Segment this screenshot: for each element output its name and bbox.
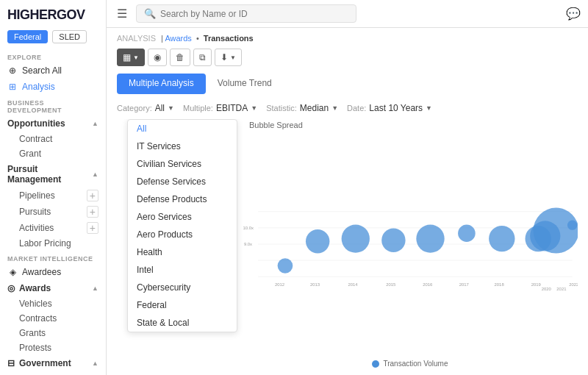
chat-icon[interactable]: 💬	[566, 7, 581, 21]
sidebar: HIGHERGOV Federal SLED EXPLORE ⊕ Search …	[0, 0, 107, 375]
pipelines-add-btn[interactable]: +	[87, 190, 98, 201]
category-dropdown: All IT Services Civilian Services Defens…	[127, 119, 237, 332]
bubble-chart-svg: 10.0x 9.0x	[242, 119, 578, 369]
breadcrumb: ANALYSIS | Awards • Transactions	[117, 34, 578, 43]
multiple-caret-icon: ▼	[251, 104, 257, 112]
pursuit-chevron: ▲	[92, 171, 98, 178]
legend-label: Transaction Volume	[383, 360, 448, 368]
date-caret-icon: ▼	[426, 104, 432, 112]
dropdown-item-aero-services[interactable]: Aero Services	[128, 208, 237, 226]
dropdown-item-all[interactable]: All	[128, 120, 237, 138]
date-filter[interactable]: Date: Last 10 Years ▼	[347, 103, 432, 113]
trash-icon: 🗑	[176, 52, 184, 63]
federal-mode-btn[interactable]: Federal	[7, 30, 48, 43]
copy-icon: ⧉	[199, 52, 206, 63]
svg-text:2015: 2015	[386, 282, 396, 287]
grid-view-btn[interactable]: ▦ ▼	[117, 49, 145, 66]
copy-btn[interactable]: ⧉	[193, 49, 212, 66]
statistic-caret-icon: ▼	[331, 104, 338, 112]
bubble-2012	[278, 258, 293, 274]
awards-icon: ◎	[7, 283, 15, 293]
dropdown-item-cybersecurity[interactable]: Cybersecurity	[128, 279, 237, 296]
sidebar-item-pursuits[interactable]: Pursuits +	[0, 204, 106, 220]
sidebar-item-analysis[interactable]: ⊞ Analysis	[0, 79, 106, 95]
dropdown-item-intel[interactable]: Intel	[128, 261, 237, 279]
download-btn[interactable]: ⬇ ▼	[215, 49, 242, 66]
tab-volume-trend[interactable]: Volume Trend	[206, 74, 284, 94]
tab-multiple-analysis[interactable]: Multiple Analysis	[117, 74, 206, 94]
opportunities-group[interactable]: Opportunities ▲	[0, 115, 106, 132]
multiple-filter[interactable]: Multiple: EBITDA ▼	[183, 103, 257, 113]
eye-icon: ◉	[154, 52, 161, 63]
sidebar-item-vehicles[interactable]: Vehicles	[0, 296, 106, 311]
sidebar-item-protests[interactable]: Protests	[0, 340, 106, 355]
content-area: ANALYSIS | Awards • Transactions ▦ ▼ ◉ 🗑…	[107, 28, 588, 375]
pursuit-mgmt-group[interactable]: Pursuit Management ▲	[0, 161, 106, 188]
sidebar-item-search-all[interactable]: ⊕ Search All	[0, 63, 106, 79]
chart-container: All IT Services Civilian Services Defens…	[117, 119, 578, 369]
awardees-icon: ◈	[7, 267, 18, 277]
government-chevron: ▲	[92, 360, 98, 367]
logo: HIGHERGOV	[0, 0, 106, 27]
explore-section-label: EXPLORE	[0, 49, 106, 63]
chart-title: Bubble Spread	[249, 121, 303, 129]
dropdown-item-aero-products[interactable]: Aero Products	[128, 226, 237, 243]
dropdown-item-health[interactable]: Health	[128, 243, 237, 261]
svg-text:2018: 2018	[495, 282, 505, 287]
sidebar-item-grant[interactable]: Grant	[0, 146, 106, 161]
sidebar-item-contracts[interactable]: Contracts	[0, 311, 106, 326]
sidebar-item-agencies[interactable]: Agencies	[0, 371, 106, 375]
sidebar-item-pipelines[interactable]: Pipelines +	[0, 188, 106, 204]
grid-icon: ▦	[123, 52, 131, 63]
sidebar-item-awardees[interactable]: ◈ Awardees	[0, 264, 106, 280]
dropdown-item-defense-services[interactable]: Defense Services	[128, 173, 237, 190]
breadcrumb-awards-link[interactable]: Awards	[165, 34, 191, 43]
svg-text:2012: 2012	[275, 282, 284, 287]
svg-text:2016: 2016	[423, 282, 433, 287]
biz-dev-section-label: BUSINESS DEVELOPMENT	[0, 95, 106, 115]
bubble-2016	[416, 224, 444, 252]
filter-bar: Category: All ▼ Multiple: EBITDA ▼ Stati…	[117, 103, 578, 113]
bubble-2014	[342, 224, 370, 252]
main-content: ☰ 🔍 💬 ANALYSIS | Awards • Transactions ▦…	[107, 0, 588, 375]
trash-btn[interactable]: 🗑	[170, 49, 190, 66]
svg-text:2020: 2020	[542, 287, 552, 291]
government-icon: ⊟	[7, 358, 15, 368]
sidebar-item-contract[interactable]: Contract	[0, 132, 106, 146]
category-caret-icon: ▼	[168, 104, 174, 112]
svg-text:2019: 2019	[531, 282, 541, 287]
search-icon: 🔍	[144, 8, 156, 19]
dropdown-item-civilian-services[interactable]: Civilian Services	[128, 155, 237, 173]
search-box[interactable]: 🔍	[136, 4, 356, 23]
sidebar-item-activities[interactable]: Activities +	[0, 220, 106, 236]
svg-text:10.0x: 10.0x	[243, 226, 253, 230]
statistic-filter[interactable]: Statistic: Median ▼	[266, 103, 338, 113]
toolbar: ▦ ▼ ◉ 🗑 ⧉ ⬇ ▼	[117, 49, 578, 66]
sled-mode-btn[interactable]: SLED	[52, 30, 87, 43]
download-icon: ⬇	[220, 52, 228, 63]
category-filter[interactable]: Category: All ▼	[117, 103, 174, 113]
svg-text:2021: 2021	[556, 287, 566, 291]
eye-btn[interactable]: ◉	[148, 49, 167, 66]
government-group[interactable]: ⊟ Government ▲	[0, 355, 106, 371]
awards-group[interactable]: ◎ Awards ▲	[0, 280, 106, 296]
dropdown-item-federal[interactable]: Federal	[128, 296, 237, 314]
bubble-2017	[458, 224, 476, 242]
analysis-icon: ⊞	[7, 82, 18, 92]
sidebar-item-labor-pricing[interactable]: Labor Pricing	[0, 236, 106, 251]
grid-caret-icon: ▼	[133, 54, 139, 61]
hamburger-icon[interactable]: ☰	[114, 4, 130, 24]
bubble-2021	[534, 208, 578, 254]
search-input[interactable]	[160, 9, 348, 19]
dropdown-item-it-services[interactable]: IT Services	[128, 138, 237, 155]
svg-text:2017: 2017	[459, 282, 469, 287]
dropdown-item-state-local[interactable]: State & Local	[128, 314, 237, 332]
svg-text:9.0x: 9.0x	[244, 242, 252, 246]
opportunities-chevron: ▲	[92, 120, 98, 127]
mode-switcher: Federal SLED	[0, 27, 106, 49]
search-icon: ⊕	[7, 65, 18, 76]
activities-add-btn[interactable]: +	[87, 222, 98, 234]
dropdown-item-defense-products[interactable]: Defense Products	[128, 190, 237, 208]
pursuits-add-btn[interactable]: +	[87, 206, 98, 218]
sidebar-item-grants[interactable]: Grants	[0, 326, 106, 340]
